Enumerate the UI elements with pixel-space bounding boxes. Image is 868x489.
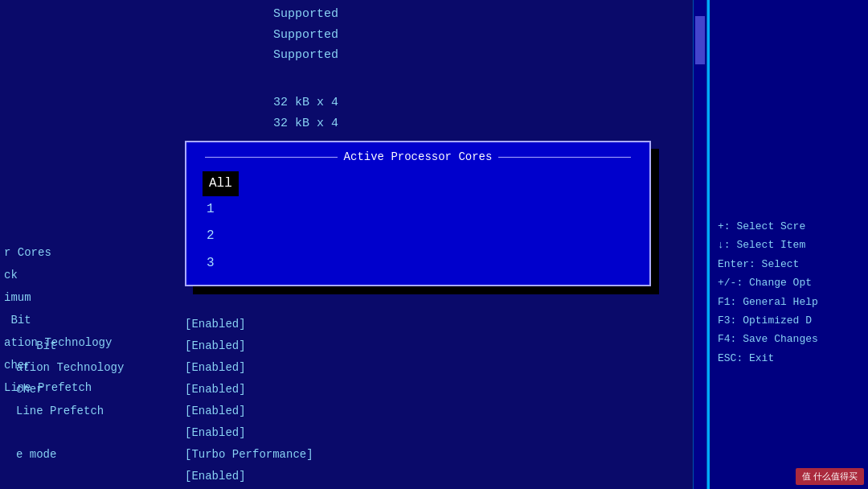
supported-row-1: Supported (273, 4, 338, 25)
bottom-row-0: [Enabled] (0, 314, 579, 335)
watermark: 值 什么值得买 (796, 468, 864, 485)
processor-cores-dialog: Active Processor Cores All 1 2 3 (185, 141, 651, 286)
help-general-help: F1: General Help (718, 293, 860, 311)
label-cores: r Cores (4, 241, 161, 264)
dialog-item-3[interactable]: 3 (203, 250, 633, 277)
help-change-opt: +/-: Change Opt (718, 273, 860, 292)
help-select-screen: +: Select Scre (718, 217, 860, 236)
bottom-row-5: [Enabled] (0, 422, 579, 444)
help-select-item: ↓: Select Item (718, 236, 860, 254)
bottom-row-6: e mode [Turbo Performance] (0, 444, 579, 466)
bottom-row-2: ation Technology [Enabled] (0, 357, 579, 379)
right-sidebar: +: Select Scre ↓: Select Item Enter: Sel… (707, 0, 868, 489)
cache-section: 32 kB x 4 32 kB x 4 (273, 80, 338, 134)
bottom-row-4: Line Prefetch [Enabled] (0, 401, 579, 422)
supported-section: Supported Supported Supported (273, 4, 338, 66)
dialog-box: Active Processor Cores All 1 2 3 (185, 141, 651, 286)
dialog-title-bar: Active Processor Cores (190, 146, 645, 167)
label-imum: imum (4, 286, 161, 309)
title-dash-right (498, 157, 631, 158)
scrollbar[interactable] (693, 0, 707, 489)
help-exit: ESC: Exit (718, 349, 860, 368)
bottom-row-1: Bit [Enabled] (0, 335, 579, 357)
scrollbar-thumb[interactable] (695, 16, 705, 64)
help-optimized: F3: Optimized D (718, 311, 860, 330)
title-dash-left (205, 157, 338, 158)
help-enter-select: Enter: Select (718, 255, 860, 273)
cache-row-2: 32 kB x 4 (273, 113, 338, 134)
label-ck: ck (4, 264, 161, 286)
dialog-item-all[interactable]: All (203, 171, 239, 196)
bios-screen: Supported Supported Supported 32 kB x 4 … (0, 0, 868, 489)
help-save-changes: F4: Save Changes (718, 330, 860, 348)
cache-row-1: 32 kB x 4 (273, 92, 338, 113)
supported-row-3: Supported (273, 45, 338, 66)
bottom-row-3: cher [Enabled] (0, 379, 579, 401)
help-section: +: Select Scre ↓: Select Item Enter: Sel… (718, 217, 860, 368)
bottom-row-7: [Enabled] (0, 466, 579, 487)
dialog-items-list: All 1 2 3 (190, 167, 645, 281)
dialog-item-1[interactable]: 1 (203, 196, 633, 223)
bottom-rows: [Enabled] Bit [Enabled] ation Technology… (0, 314, 579, 487)
supported-row-2: Supported (273, 25, 338, 46)
dialog-title-text: Active Processor Cores (344, 150, 493, 163)
dialog-item-2[interactable]: 2 (203, 223, 633, 249)
